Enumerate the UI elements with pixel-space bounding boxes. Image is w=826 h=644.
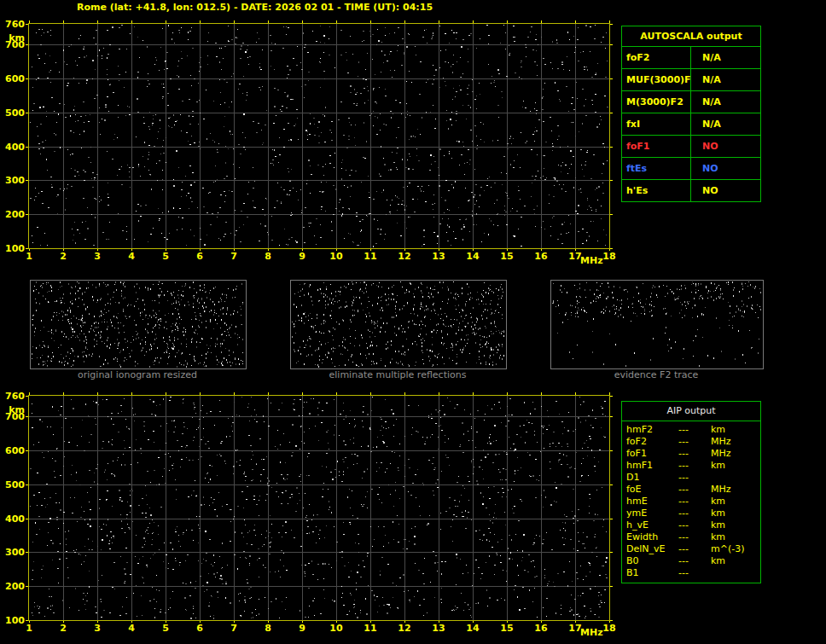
x-axis-tick [302, 621, 303, 623]
y-axis-tick-label: 200 [1, 582, 25, 591]
autoscala-table-header: AUTOSCALA output [622, 26, 760, 47]
x-axis-tick [575, 392, 576, 395]
x-axis-tick [234, 621, 235, 623]
x-axis-tick [609, 249, 610, 251]
autoscala-param-label: foF2 [622, 47, 691, 68]
x-axis-tick [370, 249, 371, 251]
x-axis-tick-label: 14 [463, 624, 482, 633]
x-axis-tick-label: 15 [497, 624, 516, 633]
x-axis-tick [439, 20, 439, 23]
x-axis-tick-label: 3 [88, 252, 107, 261]
aip-param-unit: km [711, 519, 760, 531]
aip-param-unit: km [711, 508, 760, 519]
x-axis-tick [473, 621, 474, 623]
x-axis-tick [370, 392, 371, 395]
y-axis-tick [26, 450, 28, 451]
aip-row: hmF1---km [622, 460, 760, 472]
aip-param-name: hmF2 [622, 424, 678, 436]
y-axis-tick [610, 396, 613, 397]
x-axis-tick [166, 392, 166, 395]
y-axis-tick [610, 113, 613, 113]
autoscala-row: h'EsNO [622, 180, 760, 201]
aip-param-unit: km [711, 555, 760, 567]
y-axis-tick-label: 600 [1, 446, 25, 455]
x-axis-tick [507, 392, 508, 395]
x-axis-tick-label: 8 [259, 252, 277, 261]
autoscala-table-body: foF2N/AMUF(3000)F2N/AM(3000)F2N/AfxIN/Af… [622, 47, 760, 201]
panel-original-ionogram [30, 280, 247, 369]
noise-canvas [31, 281, 246, 368]
y-axis-tick [610, 44, 613, 45]
station-date-title: Rome (lat: +41.8, lon: 012.5) - DATE: 20… [77, 2, 433, 13]
y-axis-tick [610, 620, 613, 621]
x-axis-tick [131, 621, 132, 623]
y-axis-tick [26, 44, 28, 45]
autoscala-param-label: ftEs [622, 158, 691, 179]
panel-evidence-f2-trace [550, 280, 764, 369]
y-axis-tick [610, 248, 613, 249]
aip-param-value: --- [678, 567, 711, 579]
autoscala-row: fxIN/A [622, 113, 760, 136]
autoscala-param-value: NO [691, 158, 760, 179]
aip-param-value: --- [678, 531, 711, 543]
y-axis-tick-label: 200 [1, 210, 25, 219]
x-axis-tick [404, 249, 405, 251]
x-axis-tick-label: 10 [327, 624, 346, 633]
y-axis-tick [610, 24, 613, 25]
x-axis-tick-label: 13 [429, 624, 448, 633]
y-axis-tick [610, 147, 613, 148]
x-axis-tick [200, 20, 201, 23]
ionogram-main-bottom: 760700600500400300200100km12345678910111… [28, 395, 610, 621]
x-axis-tick [302, 20, 303, 23]
autoscala-param-value: N/A [691, 91, 760, 113]
y-axis-tick [26, 586, 28, 587]
x-axis-tick-label: 5 [156, 252, 175, 261]
aip-row: B0---km [622, 555, 760, 567]
aip-param-name: B0 [622, 555, 678, 567]
aip-param-value: --- [678, 496, 711, 508]
y-axis-tick [610, 552, 613, 553]
x-axis-tick [473, 20, 474, 23]
x-axis-tick [302, 392, 303, 395]
x-axis-tick-label: 9 [293, 624, 311, 633]
y-axis-tick-label: 500 [1, 480, 25, 490]
x-axis-tick-label: 2 [54, 252, 73, 261]
y-axis-tick-label: 400 [1, 514, 25, 524]
autoscala-param-label: MUF(3000)F2 [622, 69, 691, 90]
aip-param-unit: km [711, 424, 760, 436]
autoscala-row: MUF(3000)F2N/A [622, 69, 760, 91]
y-axis-tick [610, 450, 613, 451]
x-axis-tick-label: 15 [497, 252, 516, 261]
aip-param-value: --- [678, 448, 711, 460]
y-axis-tick [610, 484, 613, 485]
aip-row: DelN_vE---m^(-3) [622, 543, 760, 555]
y-axis-tick [610, 519, 613, 519]
x-axis-tick-label: 3 [88, 624, 107, 633]
x-axis-tick [63, 392, 64, 395]
y-axis-tick [26, 519, 28, 519]
aip-param-unit [711, 472, 760, 484]
x-axis-tick-label: 4 [122, 252, 141, 261]
aip-param-name: foE [622, 484, 678, 496]
y-axis-tick [26, 24, 28, 25]
x-axis-tick [63, 20, 64, 23]
aip-param-unit: km [711, 496, 760, 508]
autoscala-row: foF2N/A [622, 47, 760, 69]
autoscala-param-label: h'Es [622, 180, 691, 201]
aip-param-name: foF2 [622, 436, 678, 448]
x-axis-tick [404, 392, 405, 395]
x-axis-tick-label: 4 [122, 624, 141, 633]
x-axis-tick-label: 11 [361, 624, 380, 633]
x-axis-tick [575, 621, 576, 623]
y-axis-tick [26, 396, 28, 397]
x-axis-tick [268, 392, 269, 395]
x-axis-tick [302, 249, 303, 251]
y-axis-tick [26, 620, 28, 621]
x-axis-tick [234, 392, 235, 395]
x-axis-tick [97, 20, 98, 23]
x-axis-tick [200, 249, 201, 251]
aip-row: Ewidth---km [622, 531, 760, 543]
aip-table: AIP output hmF2---kmfoF2---MHzfoF1---MHz… [621, 401, 761, 583]
x-axis-tick-label: 1 [20, 252, 38, 261]
y-axis-tick [610, 78, 613, 79]
